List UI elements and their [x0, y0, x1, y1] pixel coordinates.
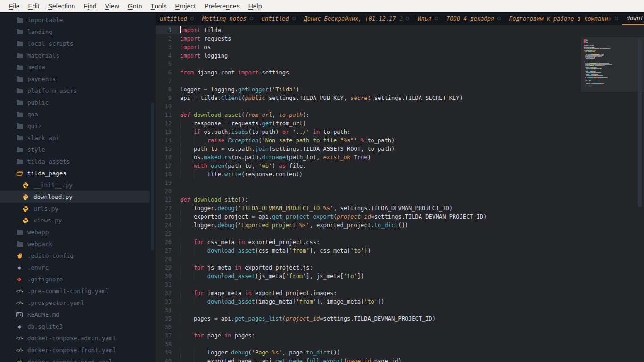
tab-untitled[interactable]: untitled: [156, 13, 198, 25]
token-param: exist_ok: [323, 154, 350, 161]
sidebar-item-tilda_assets[interactable]: tilda_assets: [0, 156, 156, 167]
line-number: 29: [156, 263, 179, 272]
token-txt: (: [248, 349, 251, 356]
menu-item-file[interactable]: File: [5, 0, 24, 12]
token-txt: (path_to,: [224, 163, 258, 169]
token-txt: (from_url): [272, 120, 306, 127]
token-txt: ,: [272, 112, 279, 118]
minimap[interactable]: [581, 36, 644, 362]
token-call: download_asset: [207, 298, 255, 305]
sidebar-item-__init__.py[interactable]: __init__.py: [0, 179, 156, 191]
editor-scrollbar[interactable]: [638, 39, 642, 207]
token-kw: import: [180, 52, 200, 59]
menu-item-view[interactable]: View: [101, 0, 124, 12]
menu-item-find[interactable]: Find: [79, 0, 100, 12]
minimap-mark: [586, 67, 588, 68]
token-param: project_id: [286, 315, 320, 322]
sidebar-item-tilda_pages[interactable]: tilda_pages: [0, 167, 156, 179]
modified-circle-icon[interactable]: [250, 17, 253, 20]
line-number: 22: [156, 204, 179, 213]
sidebar-item-.pre-commit-config.yaml[interactable]: </>.pre-commit-config.yaml: [0, 285, 156, 297]
modified-circle-icon[interactable]: [406, 17, 409, 20]
sidebar-scrollbar[interactable]: [151, 103, 154, 250]
tab-todo-4-декабря[interactable]: TODO 4 декабря: [442, 13, 505, 25]
sidebar-item-platform_users[interactable]: platform_users: [0, 85, 156, 97]
code-editor[interactable]: 1import tilda2import requests3import os4…: [156, 25, 644, 362]
modified-circle-icon[interactable]: [190, 17, 194, 20]
minimap-mark: [598, 64, 602, 65]
modified-circle-icon[interactable]: [497, 17, 501, 20]
sidebar-item-webapp[interactable]: webapp: [0, 226, 156, 238]
menu-item-tools[interactable]: Tools: [146, 0, 171, 12]
modified-circle-icon[interactable]: [292, 17, 296, 20]
sidebar-item-importable[interactable]: importable: [0, 14, 156, 26]
menu-item-goto[interactable]: Goto: [124, 0, 146, 12]
sidebar-item-qna[interactable]: qna: [0, 108, 156, 120]
sidebar-item-readme.md[interactable]: M↓README.md: [0, 309, 156, 321]
token-txt: (settings.TILDA_ASSETS_ROOT, to_path): [269, 146, 395, 152]
sidebar-item-docker-compose.admin.yaml[interactable]: </>docker-compose.admin.yaml: [0, 332, 156, 344]
sidebar-item-slack_api[interactable]: slack_api: [0, 132, 156, 144]
line-number: 14: [156, 136, 179, 145]
sidebar-item-download.py[interactable]: download.py: [0, 191, 150, 203]
tab-download.py[interactable]: download.py×: [622, 13, 644, 25]
code-line: 16os.makedirs(os.path.dirname(path_to), …: [156, 153, 487, 162]
modified-circle-icon[interactable]: [435, 17, 438, 20]
token-param: public: [245, 95, 265, 101]
menu-item-project[interactable]: Project: [171, 0, 200, 12]
indent-guide: [180, 136, 194, 145]
menu-item-selection[interactable]: Selection: [44, 0, 80, 12]
sidebar-item-docker-compose.prod.yaml[interactable]: </>docker-compose.prod.yaml: [0, 356, 156, 362]
sidebar-item-label: docker-compose.prod.yaml: [27, 358, 113, 362]
sidebar-item-.editorconfig[interactable]: .editorconfig: [0, 250, 156, 262]
sidebar-item-media[interactable]: media: [0, 61, 156, 73]
sidebar-item-materials[interactable]: materials: [0, 49, 156, 61]
code-line-text: import logging: [179, 51, 228, 60]
token-kw: import: [238, 69, 258, 76]
line-number: 37: [156, 331, 179, 340]
code-line: 38: [156, 340, 487, 348]
sidebar-item-.envrc[interactable]: ✱.envrc: [0, 262, 156, 273]
sidebar-item-docker-compose.front.yaml[interactable]: </>docker-compose.front.yaml: [0, 344, 156, 356]
minimap-mark: [586, 40, 588, 41]
line-number: 7: [156, 77, 179, 85]
line-number: 15: [156, 145, 179, 153]
token-txt: exported_page: [207, 358, 255, 362]
sidebar-item-webpack[interactable]: webpack: [0, 238, 156, 250]
token-txt: ):: [303, 112, 309, 118]
minimap-mark: [584, 42, 586, 43]
sidebar-item-local_scripts[interactable]: local_scripts: [0, 38, 156, 49]
minimap-mark: [589, 62, 590, 63]
sidebar-item-.prospector.yaml[interactable]: </>.prospector.yaml: [0, 297, 156, 309]
sidebar-item-public[interactable]: public: [0, 97, 156, 108]
line-number: 18: [156, 170, 179, 179]
code-line-text: download_asset(js_meta['from'], js_meta[…: [179, 272, 364, 280]
sidebar-item-views.py[interactable]: views.py: [0, 214, 156, 226]
menu-item-help[interactable]: Help: [244, 0, 266, 12]
tab-подготовим-к-работе-в-компани[interactable]: Подготовим к работе в компании: [505, 13, 622, 25]
menu-item-edit[interactable]: Edit: [24, 0, 44, 12]
tab-денис-бескрайних-01.12.17[interactable]: Денис Бескрайних, [01.12.17 2: [300, 13, 414, 25]
menu-item-preferences[interactable]: Preferences: [200, 0, 244, 12]
sidebar-item-label: .pre-commit-config.yaml: [27, 288, 109, 295]
code-line: 39logger.debug('Page %s', page.to_dict()…: [156, 348, 487, 357]
token-txt: ): [367, 154, 371, 161]
sidebar-item-db.sqlite3[interactable]: ✱db.sqlite3: [0, 321, 156, 332]
tab-илья[interactable]: Илья: [413, 13, 442, 25]
token-call: download_asset: [207, 273, 255, 280]
tab-metting-notes[interactable]: Metting notes: [198, 13, 257, 25]
sidebar-item-.gitignore[interactable]: .gitignore: [0, 273, 156, 285]
minimap-mark: [592, 50, 593, 51]
token-txt: to_path:: [320, 129, 350, 135]
tab-untitled[interactable]: untitled: [257, 13, 300, 25]
sidebar-item-style[interactable]: style: [0, 144, 156, 156]
sidebar-item-urls.py[interactable]: urls.py: [0, 203, 156, 214]
token-call: get_project_export: [272, 214, 333, 220]
sidebar-item-landing[interactable]: landing: [0, 26, 156, 38]
token-call: to_dict: [306, 349, 330, 356]
code-line-text: download_asset(css_meta['from'], css_met…: [179, 247, 371, 255]
modified-circle-icon[interactable]: [615, 17, 618, 20]
sidebar-item-payments[interactable]: payments: [0, 73, 156, 85]
sidebar-item-quiz[interactable]: quiz: [0, 120, 156, 132]
code-line: 21def download_site():: [156, 196, 487, 204]
